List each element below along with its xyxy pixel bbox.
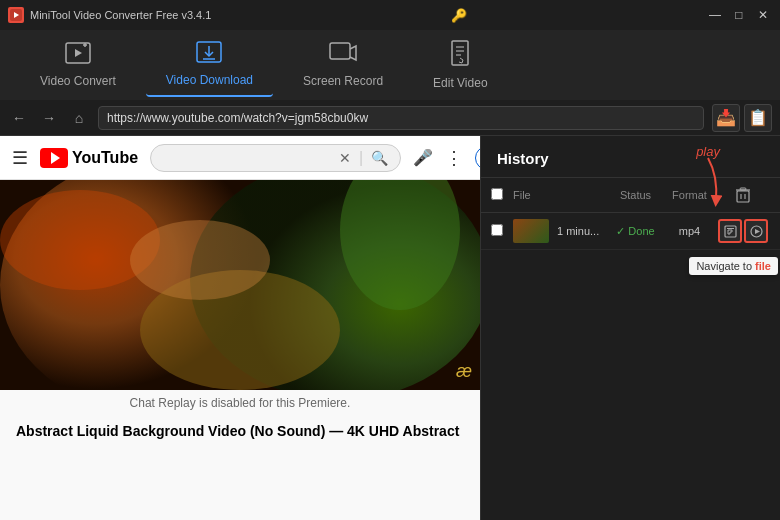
delete-all-button[interactable]	[732, 184, 754, 206]
file-column-header: File	[513, 189, 604, 201]
row-actions	[716, 219, 770, 243]
video-convert-icon	[65, 42, 91, 70]
nav-edit-video-label: Edit Video	[433, 76, 488, 90]
svg-rect-26	[727, 228, 734, 229]
row-format: mp4	[667, 225, 712, 237]
maximize-button[interactable]: □	[730, 6, 748, 24]
youtube-logo[interactable]: YouTube	[40, 148, 138, 168]
svg-point-19	[130, 220, 270, 300]
nav-screen-record[interactable]: Screen Record	[283, 34, 403, 96]
status-column-header: Status	[608, 189, 663, 201]
home-button[interactable]: ⌂	[68, 107, 90, 129]
row-thumbnail	[513, 219, 549, 243]
svg-rect-20	[737, 191, 749, 202]
actions-column-header	[716, 184, 770, 206]
browser-panel: ☰ YouTube ✕ | 🔍 🎤 ⋮ 👤 Sign in	[0, 136, 480, 520]
header-checkbox-cell	[491, 188, 509, 202]
format-column-header: Format	[667, 189, 712, 201]
nav-video-convert[interactable]: Video Convert	[20, 34, 136, 96]
watermark-text: æ	[456, 361, 472, 382]
youtube-search-bar[interactable]: ✕ | 🔍	[150, 144, 401, 172]
screen-record-icon	[329, 42, 357, 70]
hamburger-icon[interactable]: ☰	[12, 147, 28, 169]
nav-bar: Video Convert Video Download Screen Reco…	[0, 30, 780, 100]
search-magnify-icon: 🔍	[371, 150, 388, 166]
youtube-play-triangle	[51, 152, 60, 164]
title-bar-left: MiniTool Video Converter Free v3.4.1	[8, 7, 211, 23]
more-options-icon[interactable]: ⋮	[445, 147, 463, 169]
chat-replay-notice: Chat Replay is disabled for this Premier…	[0, 390, 480, 416]
forward-button[interactable]: →	[38, 107, 60, 129]
key-icon: 🔑	[451, 8, 467, 23]
row-checkbox[interactable]	[491, 224, 503, 236]
select-all-checkbox[interactable]	[491, 188, 503, 200]
history-title: History	[481, 136, 780, 178]
svg-marker-28	[755, 229, 760, 234]
history-panel: History File Status Format	[480, 136, 780, 520]
search-icon: ✕	[339, 150, 351, 166]
navigate-to-file-button[interactable]	[718, 219, 742, 243]
nav-edit-video[interactable]: Edit Video	[413, 32, 508, 98]
download-action-button[interactable]: 📥	[712, 104, 740, 132]
tooltip-highlight: file	[755, 260, 771, 272]
mic-icon[interactable]: 🎤	[413, 148, 433, 167]
svg-rect-24	[740, 188, 746, 190]
history-table-header: File Status Format	[481, 178, 780, 213]
row-status: ✓ Done	[608, 225, 663, 238]
youtube-logo-icon	[40, 148, 68, 168]
url-text: https://www.youtube.com/watch?v=jgm58cbu…	[107, 111, 368, 125]
video-thumbnail-container: æ	[0, 180, 480, 390]
play-button[interactable]	[744, 219, 768, 243]
navigate-to-file-tooltip: Navigate to file	[689, 257, 778, 275]
address-bar-actions: 📥 📋	[712, 104, 772, 132]
youtube-logo-text: YouTube	[72, 149, 138, 167]
row-checkbox-cell	[491, 222, 509, 240]
main-area: ☰ YouTube ✕ | 🔍 🎤 ⋮ 👤 Sign in	[0, 136, 780, 520]
nav-video-download[interactable]: Video Download	[146, 33, 273, 97]
nav-video-download-label: Video Download	[166, 73, 253, 87]
title-bar: MiniTool Video Converter Free v3.4.1 🔑 —…	[0, 0, 780, 30]
row-filename: 1 minu...	[557, 225, 604, 237]
video-download-icon	[196, 41, 222, 69]
clipboard-action-button[interactable]: 📋	[744, 104, 772, 132]
close-button[interactable]: ✕	[754, 6, 772, 24]
minimize-button[interactable]: —	[706, 6, 724, 24]
youtube-video-area: æ Chat Replay is disabled for this Premi…	[0, 180, 480, 520]
nav-screen-record-label: Screen Record	[303, 74, 383, 88]
app-title: MiniTool Video Converter Free v3.4.1	[30, 9, 211, 21]
app-logo	[8, 7, 24, 23]
video-thumbnail	[0, 180, 480, 390]
history-row: 1 minu... ✓ Done mp4	[481, 213, 780, 250]
nav-video-convert-label: Video Convert	[40, 74, 116, 88]
window-controls: — □ ✕	[706, 6, 772, 24]
youtube-search-input[interactable]	[163, 150, 331, 165]
address-bar: ← → ⌂ https://www.youtube.com/watch?v=jg…	[0, 100, 780, 136]
svg-rect-9	[452, 41, 468, 65]
youtube-header: ☰ YouTube ✕ | 🔍 🎤 ⋮ 👤 Sign in	[0, 136, 480, 180]
svg-rect-8	[330, 43, 350, 59]
edit-video-icon	[449, 40, 471, 72]
back-button[interactable]: ←	[8, 107, 30, 129]
url-bar[interactable]: https://www.youtube.com/watch?v=jgm58cbu…	[98, 106, 704, 130]
video-title: Abstract Liquid Background Video (No Sou…	[0, 416, 480, 446]
